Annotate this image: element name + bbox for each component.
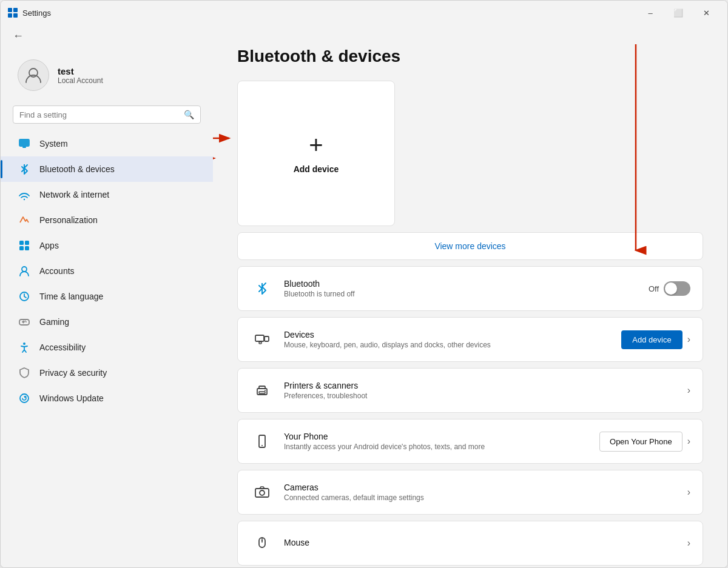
main-content: ← test Local Account 🔍 [1, 25, 727, 567]
svg-point-24 [265, 390, 266, 391]
sidebar-item-bluetooth[interactable]: Bluetooth & devices [1, 156, 213, 182]
settings-window: Settings – ⬜ ✕ ← test [0, 0, 728, 568]
open-phone-button[interactable]: Open Your Phone [599, 432, 682, 452]
sidebar-item-system[interactable]: System [1, 131, 213, 156]
phone-row-card: Your Phone Instantly access your Android… [237, 419, 703, 464]
phone-row[interactable]: Your Phone Instantly access your Android… [238, 419, 703, 463]
svg-rect-11 [25, 246, 29, 250]
user-section[interactable]: test Local Account [1, 42, 213, 103]
sidebar-item-bluetooth-label: Bluetooth & devices [39, 164, 115, 174]
devices-row-icon [250, 327, 274, 352]
svg-point-7 [24, 199, 25, 200]
privacy-icon [18, 366, 31, 379]
svg-rect-0 [8, 8, 12, 12]
system-icon [18, 137, 31, 150]
accounts-icon [18, 264, 31, 278]
svg-rect-3 [13, 13, 18, 18]
sidebar-item-network[interactable]: Network & internet [1, 182, 213, 207]
maximize-button[interactable]: ⬜ [664, 1, 692, 25]
phone-subtitle: Instantly access your Android device's p… [284, 443, 590, 451]
svg-point-15 [25, 321, 27, 322]
devices-title: Devices [284, 330, 612, 339]
devices-row[interactable]: Devices Mouse, keyboard, pen, audio, dis… [238, 318, 703, 361]
sidebar-item-gaming-label: Gaming [39, 317, 69, 327]
close-button[interactable]: ✕ [692, 1, 720, 25]
mouse-row-card: Mouse › [237, 521, 703, 566]
sidebar-item-apps[interactable]: Apps [1, 233, 213, 258]
plus-icon: + [309, 133, 323, 157]
sidebar-item-accessibility[interactable]: Accessibility [1, 335, 213, 360]
svg-point-17 [23, 342, 25, 345]
update-icon [18, 392, 31, 405]
minimize-button[interactable]: – [636, 1, 664, 25]
svg-point-26 [261, 445, 263, 446]
view-more-card[interactable]: View more devices [237, 232, 703, 260]
user-info: test Local Account [58, 66, 103, 85]
cameras-row[interactable]: Cameras Connected cameras, default image… [238, 470, 703, 514]
back-button[interactable]: ← [1, 25, 213, 42]
time-icon [18, 290, 31, 303]
search-box[interactable]: 🔍 [13, 105, 201, 124]
printers-chevron: › [687, 385, 690, 396]
svg-rect-2 [8, 13, 12, 18]
bluetooth-subtitle: Bluetooth is turned off [284, 290, 639, 298]
network-icon [18, 188, 31, 201]
phone-title: Your Phone [284, 432, 590, 441]
svg-rect-20 [265, 336, 269, 341]
bluetooth-nav-icon [18, 162, 31, 176]
svg-point-18 [20, 394, 29, 403]
printers-setting-text: Printers & scanners Preferences, trouble… [284, 381, 678, 400]
user-name: test [58, 66, 103, 76]
bluetooth-action: Off [649, 281, 690, 296]
devices-subtitle: Mouse, keyboard, pen, audio, displays an… [284, 341, 612, 349]
sidebar-item-time-label: Time & language [39, 292, 103, 301]
sidebar: ← test Local Account 🔍 [1, 25, 213, 567]
view-more-link[interactable]: View more devices [252, 241, 688, 251]
user-account-type: Local Account [58, 76, 103, 85]
svg-point-12 [22, 267, 27, 272]
cameras-action: › [687, 487, 690, 498]
search-input[interactable] [19, 110, 179, 119]
svg-rect-5 [19, 139, 29, 146]
mouse-setting-text: Mouse [284, 538, 678, 549]
window-title: Settings [22, 8, 632, 18]
sidebar-item-update[interactable]: Windows Update [1, 386, 213, 411]
sidebar-item-privacy-label: Privacy & security [39, 368, 107, 378]
phone-action: Open Your Phone › [599, 432, 690, 452]
devices-add-button[interactable]: Add device [621, 330, 682, 349]
sidebar-item-time[interactable]: Time & language [1, 284, 213, 309]
bluetooth-row-card: Bluetooth Bluetooth is turned off Off [237, 266, 703, 311]
cameras-row-card: Cameras Connected cameras, default image… [237, 470, 703, 515]
sidebar-item-privacy[interactable]: Privacy & security [1, 360, 213, 386]
devices-setting-text: Devices Mouse, keyboard, pen, audio, dis… [284, 330, 612, 349]
sidebar-item-update-label: Windows Update [39, 393, 104, 403]
bluetooth-toggle-label: Off [649, 284, 659, 293]
svg-rect-6 [22, 147, 26, 148]
sidebar-item-personalization-label: Personalization [39, 215, 98, 225]
bluetooth-row[interactable]: Bluetooth Bluetooth is turned off Off [238, 267, 703, 310]
bluetooth-setting-text: Bluetooth Bluetooth is turned off [284, 279, 639, 298]
devices-row-card: Devices Mouse, keyboard, pen, audio, dis… [237, 317, 703, 362]
sidebar-item-gaming[interactable]: Gaming [1, 309, 213, 335]
window-controls: – ⬜ ✕ [636, 1, 720, 25]
accessibility-icon [18, 341, 31, 354]
devices-chevron: › [687, 334, 690, 345]
phone-chevron: › [687, 436, 690, 447]
sidebar-item-accounts[interactable]: Accounts [1, 258, 213, 284]
printers-row-card: Printers & scanners Preferences, trouble… [237, 368, 703, 413]
cameras-setting-text: Cameras Connected cameras, default image… [284, 483, 678, 502]
titlebar: Settings – ⬜ ✕ [1, 1, 727, 25]
sidebar-item-personalization[interactable]: Personalization [1, 207, 213, 233]
page-title: Bluetooth & devices [237, 47, 703, 66]
cameras-row-icon [250, 480, 274, 504]
sidebar-item-accounts-label: Accounts [39, 266, 75, 276]
bluetooth-toggle[interactable] [664, 281, 690, 296]
sidebar-item-system-label: System [39, 139, 68, 149]
mouse-title: Mouse [284, 538, 678, 547]
printers-subtitle: Preferences, troubleshoot [284, 392, 678, 400]
printers-row[interactable]: Printers & scanners Preferences, trouble… [238, 369, 703, 412]
svg-rect-10 [19, 246, 24, 250]
add-device-card[interactable]: + Add device [237, 81, 395, 226]
svg-rect-21 [259, 342, 261, 344]
mouse-row[interactable]: Mouse › [238, 521, 703, 565]
